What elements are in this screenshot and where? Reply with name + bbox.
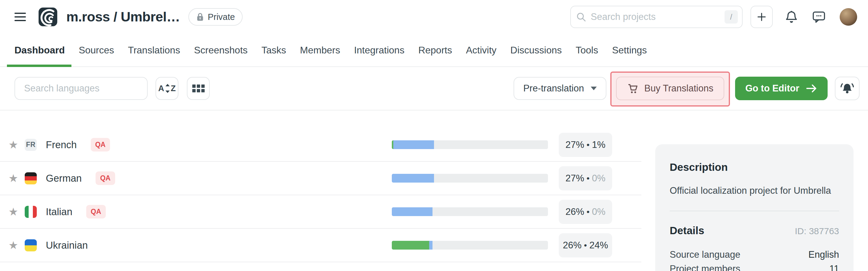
sort-az-icon: A Z <box>158 84 176 93</box>
favorite-star-icon[interactable]: ★ <box>8 207 22 217</box>
progress-bar <box>392 241 548 250</box>
progress-stats-badge[interactable]: 26% • 0% <box>559 200 612 224</box>
detail-value: 11 <box>830 262 839 271</box>
tab-screenshots[interactable]: Screenshots <box>194 34 248 66</box>
language-name[interactable]: French <box>46 139 77 151</box>
detail-row: Source language English <box>670 247 839 262</box>
bell-ring-icon <box>840 81 855 96</box>
tab-label: Discussions <box>510 45 562 56</box>
notifications-button[interactable] <box>785 10 798 24</box>
dot-separator: • <box>587 208 590 216</box>
language-name[interactable]: Italian <box>46 206 72 218</box>
tab-label: Settings <box>612 45 647 56</box>
language-flag: FR <box>25 139 37 151</box>
tab-translations[interactable]: Translations <box>128 34 180 66</box>
messages-button[interactable] <box>812 10 826 24</box>
qa-badge: QA <box>96 171 115 185</box>
project-sidebar: Description Official localization projec… <box>655 144 854 271</box>
details-rows: Source language English Project members … <box>670 247 839 271</box>
cart-icon <box>627 83 639 94</box>
approved-percent: 0% <box>592 173 606 184</box>
tab-reports[interactable]: Reports <box>418 34 452 66</box>
details-header: Details ID: 387763 <box>670 224 839 237</box>
language-row[interactable]: ★ FR French QA 27% • 1% <box>0 128 641 162</box>
description-title: Description <box>670 161 839 173</box>
language-name[interactable]: Ukrainian <box>46 240 88 251</box>
progress-translated-segment <box>393 140 434 149</box>
tab-label: Tools <box>576 45 598 56</box>
language-name[interactable]: German <box>46 172 82 184</box>
tab-discussions[interactable]: Discussions <box>510 34 562 66</box>
buy-translations-button[interactable]: Buy Translations <box>616 77 724 100</box>
language-row[interactable]: ★ Ukrainian 26% • 24% <box>0 229 641 262</box>
progress-bar <box>392 174 548 183</box>
favorite-star-icon[interactable]: ★ <box>8 240 22 251</box>
language-search-input[interactable] <box>14 77 148 100</box>
qa-badge: QA <box>91 138 110 152</box>
qa-badge: QA <box>86 205 106 218</box>
buy-translations-wrapper: Buy Translations <box>616 77 724 100</box>
tab-dashboard[interactable]: Dashboard <box>14 34 65 66</box>
tab-sources[interactable]: Sources <box>79 34 114 66</box>
tab-label: Integrations <box>354 45 404 56</box>
details-title: Details <box>670 224 704 237</box>
arrow-right-icon <box>806 84 817 93</box>
progress-stats-badge[interactable]: 26% • 24% <box>559 233 612 258</box>
tab-integrations[interactable]: Integrations <box>354 34 404 66</box>
grid-view-button[interactable] <box>187 77 210 100</box>
announcements-button[interactable] <box>835 77 860 100</box>
language-row[interactable]: ★ Italian QA 26% • 0% <box>0 195 641 229</box>
go-to-editor-button[interactable]: Go to Editor <box>735 77 828 100</box>
progress-stats-badge[interactable]: 27% • 1% <box>559 133 612 157</box>
project-id: ID: 387763 <box>795 226 839 236</box>
progress-translated-segment <box>429 241 432 250</box>
favorite-star-icon[interactable]: ★ <box>8 173 22 184</box>
detail-label: Source language <box>670 247 740 262</box>
detail-value: English <box>808 247 839 262</box>
menu-button[interactable] <box>14 13 26 21</box>
language-list: ★ FR French QA 27% • 1% ★ German QA 27% … <box>0 128 641 262</box>
project-tabs: DashboardSourcesTranslationsScreenshotsT… <box>0 34 868 67</box>
language-flag <box>25 239 37 251</box>
create-project-button[interactable] <box>750 6 773 28</box>
tab-label: Sources <box>79 45 114 56</box>
translated-percent: 26% <box>563 240 582 251</box>
tab-settings[interactable]: Settings <box>612 34 647 66</box>
privacy-badge: Private <box>188 8 243 26</box>
progress-bar <box>392 207 548 216</box>
plus-icon <box>756 11 767 22</box>
dot-separator: • <box>587 174 590 183</box>
language-row[interactable]: ★ German QA 27% • 0% <box>0 162 641 195</box>
crowdin-logo <box>38 7 57 26</box>
translated-percent: 27% <box>565 139 584 150</box>
progress-bar <box>392 140 548 149</box>
approved-percent: 24% <box>589 240 608 251</box>
progress-translated-segment <box>392 207 433 216</box>
approved-percent: 1% <box>592 139 606 150</box>
privacy-label: Private <box>208 12 235 22</box>
tab-members[interactable]: Members <box>300 34 340 66</box>
grid-icon <box>192 84 205 92</box>
progress-approved-segment <box>392 241 429 250</box>
tab-tasks[interactable]: Tasks <box>261 34 286 66</box>
tab-activity[interactable]: Activity <box>466 34 496 66</box>
tab-label: Members <box>300 45 340 56</box>
project-search-input[interactable] <box>570 6 743 28</box>
avatar[interactable] <box>840 8 857 26</box>
header-actions: / <box>570 6 857 28</box>
translated-percent: 27% <box>565 173 584 184</box>
chevron-down-icon <box>591 87 597 90</box>
sort-button[interactable]: A Z <box>156 77 179 100</box>
favorite-star-icon[interactable]: ★ <box>8 139 22 150</box>
toolbar-actions: Pre-translation Buy Translations Go to E… <box>514 77 860 100</box>
translated-percent: 26% <box>565 207 584 217</box>
tab-tools[interactable]: Tools <box>576 34 598 66</box>
tab-label: Dashboard <box>14 45 65 56</box>
pretranslation-dropdown[interactable]: Pre-translation <box>514 77 607 100</box>
progress-stats-badge[interactable]: 27% • 0% <box>559 166 612 190</box>
dot-separator: • <box>584 241 587 250</box>
progress-translated-segment <box>392 174 434 183</box>
dot-separator: • <box>587 141 590 149</box>
search-shortcut-hint: / <box>724 10 738 24</box>
project-title[interactable]: m.ross / Umbrel… <box>66 9 180 25</box>
